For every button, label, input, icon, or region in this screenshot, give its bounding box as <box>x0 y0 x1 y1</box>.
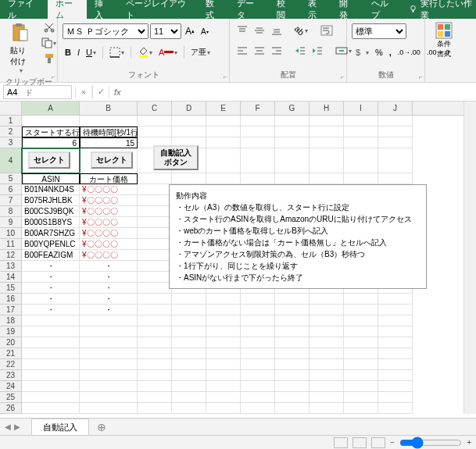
cell-D26[interactable] <box>172 403 206 414</box>
cell-B24[interactable] <box>80 381 138 392</box>
cell-C14[interactable] <box>138 272 172 283</box>
add-sheet-button[interactable]: ⊕ <box>97 421 106 433</box>
row-header-18[interactable]: 18 <box>0 315 21 326</box>
cell-A18[interactable] <box>22 315 80 326</box>
cell-A19[interactable] <box>22 326 80 337</box>
cell-B12[interactable]: ¥〇〇〇〇 <box>80 250 138 261</box>
row-header-6[interactable]: 6 <box>0 184 21 195</box>
cell-A16[interactable]: ・ <box>22 294 80 305</box>
orientation-button[interactable]: ab▾ <box>292 24 310 37</box>
format-painter-button[interactable] <box>41 52 57 66</box>
cell-B14[interactable]: ・ <box>80 272 138 283</box>
cell-J20[interactable] <box>378 337 413 348</box>
cell-C24[interactable] <box>138 381 172 392</box>
cell-H23[interactable] <box>310 370 344 381</box>
col-header-J[interactable]: J <box>378 102 413 115</box>
row-header-14[interactable]: 14 <box>0 272 21 283</box>
cell-E21[interactable] <box>206 348 241 359</box>
cell-J16[interactable] <box>378 294 413 305</box>
select-button-2[interactable]: セレクト <box>91 151 133 169</box>
cell-D25[interactable] <box>172 392 206 403</box>
cell-I2[interactable] <box>344 127 378 137</box>
cell-C9[interactable] <box>138 217 172 228</box>
row-header-7[interactable]: 7 <box>0 195 21 206</box>
cell-A2[interactable]: スタートする行 <box>22 127 80 137</box>
cell-F23[interactable] <box>241 370 275 381</box>
row-header-12[interactable]: 12 <box>0 250 21 261</box>
cell-G16[interactable] <box>275 294 310 305</box>
bold-button[interactable]: B <box>63 46 73 59</box>
select-all-corner[interactable] <box>0 102 22 116</box>
cell-H21[interactable] <box>310 348 344 359</box>
row-header-26[interactable]: 26 <box>0 403 21 414</box>
cell-I22[interactable] <box>344 359 378 370</box>
cell-D21[interactable] <box>172 348 206 359</box>
row-header-22[interactable]: 22 <box>0 359 21 370</box>
col-header-E[interactable]: E <box>206 102 241 115</box>
cell-F17[interactable] <box>241 305 275 315</box>
cell-J26[interactable] <box>378 403 413 414</box>
col-header-D[interactable]: D <box>172 102 206 115</box>
cell-I26[interactable] <box>344 403 378 414</box>
cell-E26[interactable] <box>206 403 241 414</box>
cell-D23[interactable] <box>172 370 206 381</box>
cell-A23[interactable] <box>22 370 80 381</box>
cell-B15[interactable]: ・ <box>80 283 138 294</box>
cell-E22[interactable] <box>206 359 241 370</box>
cell-B8[interactable]: ¥〇〇〇〇 <box>80 206 138 217</box>
cell-E2[interactable] <box>206 127 241 137</box>
row-header-13[interactable]: 13 <box>0 261 21 272</box>
cell-A3[interactable]: 6 <box>22 137 80 148</box>
cell-H1[interactable] <box>310 116 344 127</box>
cell-D20[interactable] <box>172 337 206 348</box>
italic-button[interactable]: I <box>75 46 82 59</box>
cell-A7[interactable]: B075RJHLBK <box>22 195 80 206</box>
cell-I5[interactable] <box>344 173 378 184</box>
cell-C25[interactable] <box>138 392 172 403</box>
number-format-select[interactable]: 標準 <box>352 23 406 39</box>
increase-font-button[interactable]: A▴ <box>183 24 197 38</box>
cell-F18[interactable] <box>241 315 275 326</box>
copy-button[interactable]: ▾ <box>39 36 59 50</box>
cell-G24[interactable] <box>275 381 310 392</box>
cell-B21[interactable] <box>80 348 138 359</box>
cell-A10[interactable]: B00AR7SHZG <box>22 228 80 239</box>
zoom-out-button[interactable]: − <box>390 438 395 447</box>
cell-F26[interactable] <box>241 403 275 414</box>
cell-C13[interactable] <box>138 261 172 272</box>
cell-C5[interactable] <box>138 173 172 184</box>
cell-A9[interactable]: B000S1B8YS <box>22 217 80 228</box>
wrap-text-button[interactable] <box>318 23 335 37</box>
underline-button[interactable]: U▾ <box>84 46 98 59</box>
cell-F19[interactable] <box>241 326 275 337</box>
cell-C26[interactable] <box>138 403 172 414</box>
cell-B25[interactable] <box>80 392 138 403</box>
cell-B19[interactable] <box>80 326 138 337</box>
comma-button[interactable]: , <box>387 46 394 59</box>
cell-A13[interactable]: ・ <box>22 261 80 272</box>
zoom-in-button[interactable]: + <box>467 438 471 447</box>
cell-J5[interactable] <box>378 173 413 184</box>
cell-C12[interactable] <box>138 250 172 261</box>
cell-G23[interactable] <box>275 370 310 381</box>
cell-H26[interactable] <box>310 403 344 414</box>
cell-F5[interactable] <box>241 173 275 184</box>
cell-B16[interactable]: ・ <box>80 294 138 305</box>
cell-I21[interactable] <box>344 348 378 359</box>
cell-E20[interactable] <box>206 337 241 348</box>
col-header-A[interactable]: A <box>22 102 80 115</box>
cell-A5[interactable]: ASIN <box>22 173 80 184</box>
cell-A11[interactable]: B00YQPENLC <box>22 239 80 250</box>
cell-H4[interactable] <box>310 148 344 173</box>
cell-D17[interactable] <box>172 305 206 315</box>
cell-A20[interactable] <box>22 337 80 348</box>
tab-nav-prev[interactable]: ◀ <box>5 422 11 431</box>
cell-G19[interactable] <box>275 326 310 337</box>
cell-E1[interactable] <box>206 116 241 127</box>
select-button-1[interactable]: セレクト <box>28 151 70 169</box>
row-header-19[interactable]: 19 <box>0 326 21 337</box>
row-header-4[interactable]: 4 <box>0 148 21 173</box>
auto-input-button[interactable]: 自動記入 ボタン <box>153 145 199 170</box>
cell-E24[interactable] <box>206 381 241 392</box>
cell-A6[interactable]: B01N4NKD4S <box>22 184 80 195</box>
